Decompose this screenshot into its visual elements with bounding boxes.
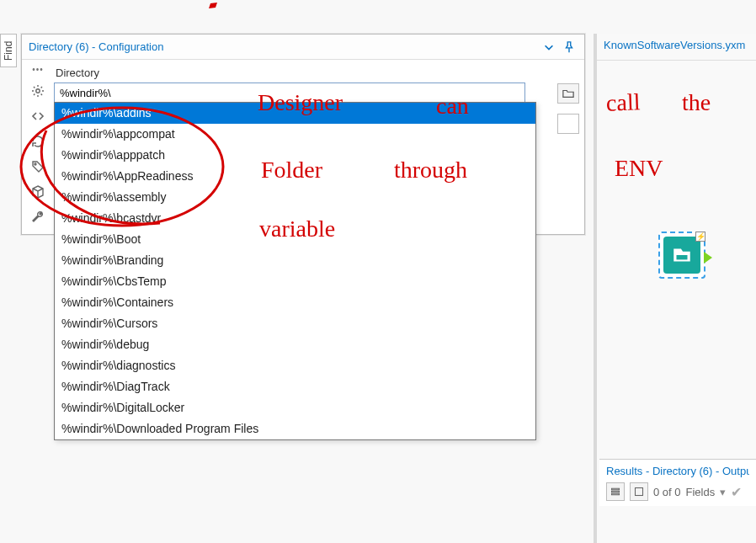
- autocomplete-item[interactable]: %windir%\Cursors: [55, 313, 535, 334]
- svg-rect-3: [677, 255, 688, 259]
- autocomplete-item[interactable]: %windir%\apppatch: [55, 145, 535, 166]
- results-title: Results - Directory (6) - Outpu: [606, 465, 749, 477]
- results-toolbar: 0 of 0 Fields ▾ ✔: [606, 482, 749, 501]
- directory-label: Directory: [56, 67, 579, 79]
- directory-form: Directory %windir%\addins%windir%\appcom…: [49, 63, 579, 226]
- secondary-box: [557, 114, 579, 134]
- directory-input[interactable]: [54, 83, 525, 103]
- config-title: Directory (6) - Configuration: [29, 40, 537, 53]
- autocomplete-item[interactable]: %windir%\appcompat: [55, 124, 535, 145]
- svg-rect-7: [636, 488, 643, 496]
- autocomplete-item[interactable]: %windir%\assembly: [55, 187, 535, 208]
- results-field-label: Fields: [686, 486, 716, 498]
- find-tab[interactable]: Find: [0, 34, 17, 67]
- results-panel: Results - Directory (6) - Outpu 0 of 0 F…: [599, 459, 756, 506]
- autocomplete-item[interactable]: %windir%\bcastdvr: [55, 208, 535, 229]
- autocomplete-item[interactable]: %windir%\Containers: [55, 292, 535, 313]
- autocomplete-dropdown[interactable]: %windir%\addins%windir%\appcompat%windir…: [54, 102, 536, 440]
- svg-point-2: [35, 163, 36, 165]
- configuration-panel: Directory (6) - Configuration •••: [21, 34, 585, 235]
- directory-tool-node[interactable]: ⚡: [658, 232, 705, 279]
- svg-rect-5: [612, 491, 620, 492]
- results-view1-button[interactable]: [606, 482, 625, 501]
- autocomplete-item[interactable]: %windir%\diagnostics: [55, 355, 535, 376]
- svg-point-1: [36, 89, 40, 93]
- workflow-tab-title[interactable]: KnownSoftwareVersions.yxm: [597, 34, 756, 61]
- autocomplete-item[interactable]: %windir%\debug: [55, 334, 535, 355]
- collapse-icon[interactable]: [540, 39, 557, 56]
- autocomplete-item[interactable]: %windir%\CbsTemp: [55, 271, 535, 292]
- svg-rect-6: [612, 493, 620, 495]
- gear-icon[interactable]: [29, 83, 46, 99]
- autocomplete-item[interactable]: %windir%\DigitalLocker: [55, 397, 535, 418]
- config-body: ••• Directory: [22, 60, 584, 234]
- cube-icon[interactable]: [29, 184, 46, 200]
- autocomplete-item[interactable]: %windir%\Branding: [55, 250, 535, 271]
- refresh-icon[interactable]: [29, 133, 46, 150]
- lightning-badge-icon: ⚡: [695, 232, 705, 242]
- autocomplete-item[interactable]: %windir%\addins: [55, 103, 535, 124]
- chevron-down-icon[interactable]: ▾: [720, 486, 726, 498]
- config-header: Directory (6) - Configuration: [22, 35, 584, 60]
- autocomplete-item[interactable]: %windir%\DiagTrack: [55, 376, 535, 397]
- output-anchor-icon[interactable]: [704, 252, 712, 264]
- wrench-icon[interactable]: [29, 209, 46, 226]
- svg-rect-4: [612, 488, 620, 490]
- directory-tool-icon: [663, 237, 700, 274]
- tag-icon[interactable]: [29, 158, 46, 175]
- autocomplete-item[interactable]: %windir%\AppReadiness: [55, 166, 535, 187]
- check-icon[interactable]: ✔: [731, 484, 742, 500]
- results-field-count: 0 of 0: [653, 486, 681, 498]
- side-toolbar: •••: [27, 63, 49, 226]
- browse-folder-button[interactable]: [557, 83, 579, 104]
- code-icon[interactable]: [29, 108, 46, 125]
- more-icon[interactable]: •••: [32, 65, 44, 74]
- results-view2-button[interactable]: [630, 482, 648, 501]
- pin-icon[interactable]: [561, 39, 578, 56]
- autocomplete-item[interactable]: %windir%\Downloaded Program Files: [55, 418, 535, 439]
- autocomplete-item[interactable]: %windir%\Boot: [55, 229, 535, 250]
